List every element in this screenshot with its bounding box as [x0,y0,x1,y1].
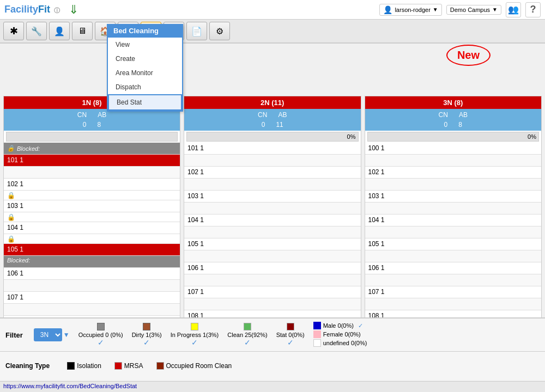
male-swatch [313,322,321,329]
campus-label: Demo Campus [450,7,490,13]
female-label: Female 0(0%) [323,331,361,338]
col-3n-ab-label: AB [459,111,468,119]
help-icon-btn[interactable]: ? [525,2,541,17]
new-button-container: New [446,45,491,66]
stat-check[interactable]: ✓ [287,338,294,347]
menu-item-bed-stat[interactable]: Bed Stat [108,94,182,111]
col-2n-cn-label: CN [258,111,267,119]
bed-icon-row-3: 🔒 [4,234,180,244]
menu-item-dispatch[interactable]: Dispatch [108,80,182,94]
toolbar-wrench-btn[interactable]: 🔧 [26,22,47,40]
col-3n-cn-label: CN [439,111,448,119]
filter-dirty: Dirty 1(3%) ✓ [132,323,162,347]
bed-item-blocked-label[interactable]: 🔒 Blocked: [4,143,180,155]
col-2n-bed-list: 101 1 102 1 103 1 104 1 105 1 106 1 107 … [184,143,361,323]
toolbar-document-btn[interactable]: 📄 [186,22,207,40]
bed-item-102-1[interactable]: 102 1 [4,179,180,191]
col-2n-ab-label: AB [278,111,287,119]
filter-bar: Filter 3N 1N 2N All ▼ Occupied 0 (0%) ✓ … [0,317,545,351]
bed-3n-107-1[interactable]: 107 1 [365,286,542,298]
bed-2n-spacer-3 [184,203,361,215]
clean-check[interactable]: ✓ [244,338,251,347]
contacts-icon: 👥 [508,4,519,15]
bed-2n-106-1[interactable]: 106 1 [184,262,361,274]
app-header: FacilityFit ⓘ ⇓ 👤 larson-rodger ▼ Demo C… [0,0,545,20]
menu-item-area-monitor[interactable]: Area Monitor [108,66,182,80]
col-3n-stats: CN AB [365,109,542,121]
in-progress-label: In Progress 1(3%) [171,332,219,338]
col-2n-stats: CN AB [184,109,361,121]
undefined-label: undefined 0(0%) [323,340,367,346]
bed-cleaning-menu: Bed Cleaning View Create Area Monitor Di… [107,24,183,112]
user-label: larson-rodger [395,7,430,13]
bed-item-103-1[interactable]: 103 1 [4,200,180,212]
filter-dropdown[interactable]: 3N 1N 2N All ▼ [34,328,70,341]
toolbar-monitor-btn[interactable]: 🖥 [72,22,93,40]
col-3n-values: 0 8 [365,121,542,131]
clean-swatch [244,323,251,330]
toolbar-user-btn[interactable]: 👤 [49,22,70,40]
occupied-check[interactable]: ✓ [98,338,104,347]
bed-3n-106-1[interactable]: 106 1 [365,262,542,274]
help-icon: ? [530,4,536,15]
ct-mrsa: MRSA [114,362,143,370]
status-bar: https://www.myfacilityfit.com/BedCleanin… [0,381,545,392]
mrsa-label: MRSA [124,362,143,370]
contacts-icon-btn[interactable]: 👥 [506,2,521,17]
mrsa-swatch [114,362,122,370]
toolbar-asterisk-btn[interactable]: ✱ [3,22,24,40]
bed-2n-107-1[interactable]: 107 1 [184,286,361,298]
col-3n-cn-value: 0 [444,121,448,128]
menu-item-view[interactable]: View [108,38,182,52]
user-group-icon: 👤 [54,26,65,36]
dirty-check[interactable]: ✓ [143,338,150,347]
male-check[interactable]: ✓ [358,322,363,329]
filter-in-progress: In Progress 1(3%) ✓ [171,323,219,347]
campus-dropdown[interactable]: Demo Campus ▼ [446,5,501,15]
blocked-text: Blocked: [17,145,40,152]
bed-item-101-1[interactable]: 101 1 [4,155,180,167]
bed-2n-101-1[interactable]: 101 1 [184,143,361,155]
occupied-swatch [97,323,105,330]
bed-item-105-1[interactable]: 105 1 [4,244,180,256]
bed-3n-100-1[interactable]: 100 1 [365,143,542,155]
lock-icon-3: 🔒 [7,235,15,243]
orc-label: Occupied Room Clean [166,362,232,370]
logo-fit: Fit [38,4,50,15]
bed-2n-104-1[interactable]: 104 1 [184,215,361,226]
orc-swatch [156,362,164,370]
filter-occupied: Occupied 0 (0%) ✓ [78,323,123,347]
column-2n: 2N (11) CN AB 0 11 0% 101 1 102 1 103 1 … [184,96,361,323]
occupied-label: Occupied 0 (0%) [78,332,123,338]
bed-item-104-1[interactable]: 104 1 [4,222,180,234]
bed-blocked-2[interactable]: Blocked: [4,256,180,268]
new-button[interactable]: New [446,45,491,66]
bed-2n-105-1[interactable]: 105 1 [184,238,361,250]
bed-item-106-1[interactable]: 106 1 [4,268,180,280]
isolation-swatch [67,362,75,370]
bed-2n-spacer-6 [184,274,361,286]
user-dropdown[interactable]: 👤 larson-rodger ▼ [379,4,441,16]
bed-3n-104-1[interactable]: 104 1 [365,215,542,226]
col-1n-bed-list: 🔒 Blocked: 101 1 102 1 🔒 103 1 🔒 104 1 🔒… [4,143,180,323]
bed-3n-105-1[interactable]: 105 1 [365,238,542,250]
filter-select[interactable]: 3N 1N 2N All [34,328,62,341]
bed-3n-102-1[interactable]: 102 1 [365,167,542,179]
bed-3n-spacer-3 [365,203,542,215]
col-1n-cn-value: 0 [83,121,87,128]
bed-2n-103-1[interactable]: 103 1 [184,191,361,203]
in-progress-check[interactable]: ✓ [191,338,198,347]
col-1n-ab-label: AB [98,111,106,119]
bed-3n-spacer-2 [365,179,542,191]
toolbar-settings-btn[interactable]: ⚙ [209,22,230,40]
col-2n-progress: 0% [186,132,359,142]
col-1n-progress [6,132,178,142]
bed-3n-103-1[interactable]: 103 1 [365,191,542,203]
cleaning-type-bar: Cleaning Type Isolation MRSA Occupied Ro… [0,351,545,380]
menu-item-create[interactable]: Create [108,52,182,66]
col-2n-progress-label: 0% [347,133,356,140]
bed-2n-102-1[interactable]: 102 1 [184,167,361,179]
legend-female: Female 0(0%) [313,330,367,338]
bed-item-107-1[interactable]: 107 1 [4,292,180,304]
col-3n-bed-list: 100 1 102 1 103 1 104 1 105 1 106 1 107 … [365,143,542,323]
